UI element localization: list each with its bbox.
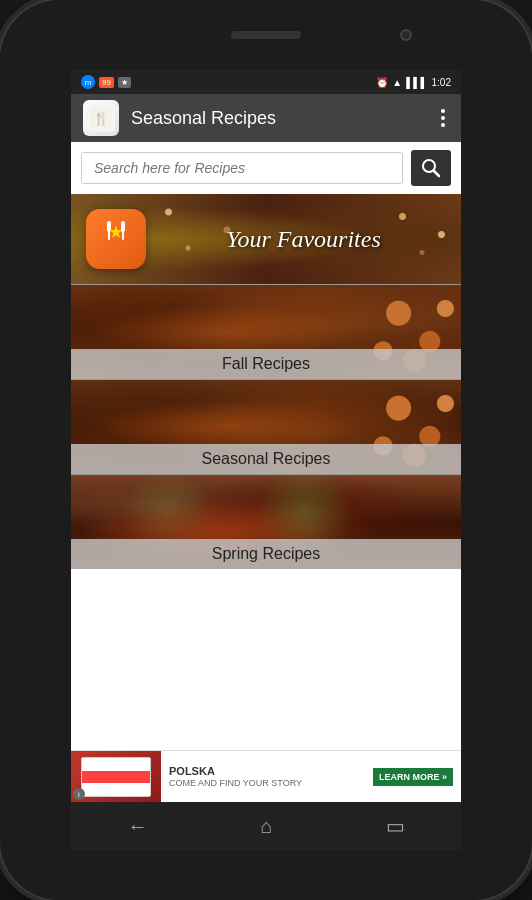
front-camera [400, 29, 412, 41]
earpiece-speaker [231, 31, 301, 39]
overflow-menu-button[interactable] [437, 105, 449, 131]
recipe-app-icon-svg: 🍴 [90, 107, 112, 129]
content-area: Your Favourites Fall Recipes Seasonal Re… [71, 194, 461, 750]
back-button[interactable]: ← [119, 807, 155, 846]
app-icon-image: 🍴 [87, 104, 115, 132]
menu-dot-3 [441, 123, 445, 127]
ad-cta-button[interactable]: LEARN MORE » [373, 768, 453, 786]
svg-rect-4 [99, 219, 133, 253]
seasonal-recipes-label: Seasonal Recipes [71, 444, 461, 474]
search-icon [421, 158, 441, 178]
status-indicators: ⏰ ▲ ▌▌▌ 1:02 [376, 77, 451, 88]
home-button[interactable]: ⌂ [252, 807, 280, 846]
notification-badge: 99 [99, 77, 114, 88]
signal-icon: ▌▌▌ [406, 77, 427, 88]
alarm-icon: ⏰ [376, 77, 388, 88]
phone-top [0, 0, 532, 70]
svg-text:🍴: 🍴 [93, 110, 110, 127]
screen: m 99 ★ ⏰ ▲ ▌▌▌ 1:02 🍴 [71, 70, 461, 850]
ad-banner[interactable]: POLSKA COME AND FIND YOUR STORY LEARN MO… [71, 750, 461, 802]
app-toolbar: 🍴 Seasonal Recipes [71, 94, 461, 142]
ad-brand: POLSKA [169, 764, 365, 778]
app-icon: 🍴 [83, 100, 119, 136]
ad-info-icon: i [73, 788, 85, 800]
status-bar: m 99 ★ ⏰ ▲ ▌▌▌ 1:02 [71, 70, 461, 94]
ad-text-content: POLSKA COME AND FIND YOUR STORY [161, 760, 373, 794]
search-input[interactable] [81, 152, 403, 184]
toolbar-title: Seasonal Recipes [131, 108, 425, 129]
extra-badge: ★ [118, 77, 131, 88]
ad-tagline: COME AND FIND YOUR STORY [169, 778, 365, 790]
time-display: 1:02 [432, 77, 451, 88]
fall-recipes-card[interactable]: Fall Recipes [71, 284, 461, 379]
wifi-icon: ▲ [392, 77, 402, 88]
search-button[interactable] [411, 150, 451, 186]
spring-recipes-card[interactable]: Spring Recipes [71, 474, 461, 569]
phone-base [0, 850, 532, 900]
recents-button[interactable]: ▭ [378, 806, 413, 846]
favourites-icon [86, 209, 146, 269]
seasonal-recipes-card[interactable]: Seasonal Recipes [71, 379, 461, 474]
fall-recipes-label: Fall Recipes [71, 349, 461, 379]
spring-recipes-label: Spring Recipes [71, 539, 461, 569]
star-fork-icon [99, 219, 133, 260]
favourites-svg [99, 219, 133, 253]
svg-line-3 [434, 171, 440, 177]
search-bar [71, 142, 461, 194]
polish-flag [81, 757, 151, 797]
menu-dot-1 [441, 109, 445, 113]
status-notifications: m 99 ★ [81, 75, 131, 89]
favourites-title: Your Favourites [146, 226, 461, 253]
favourites-banner[interactable]: Your Favourites [71, 194, 461, 284]
phone-frame: m 99 ★ ⏰ ▲ ▌▌▌ 1:02 🍴 [0, 0, 532, 900]
messenger-icon: m [81, 75, 95, 89]
nav-bar: ← ⌂ ▭ [71, 802, 461, 850]
menu-dot-2 [441, 116, 445, 120]
ad-flag-container [81, 757, 151, 797]
svg-marker-7 [110, 225, 123, 238]
